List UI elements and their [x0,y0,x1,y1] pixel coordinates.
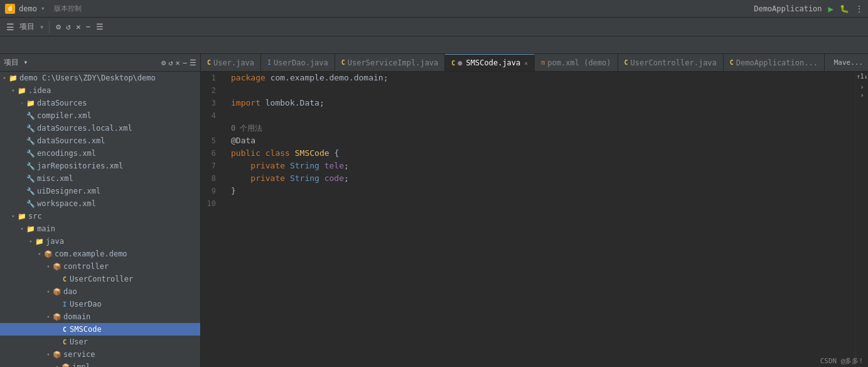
tree-item[interactable]: CSMSCode [0,323,200,336]
interface-icon: I [62,301,68,308]
tree-item[interactable]: 🔧uiDesigner.xml [0,185,200,197]
tree-item[interactable]: ▾📁java [0,235,200,248]
sidebar-menu-icon[interactable]: ☰ [190,58,196,67]
class-icon: C [62,339,68,346]
item-label: .idea [28,86,51,95]
tab-smscode-java[interactable]: C●SMSCode.java✕ [445,54,535,72]
tab-close-btn[interactable]: ✕ [524,60,528,67]
tree-item[interactable]: 🔧encodings.xml [0,147,200,160]
sidebar-minimize-icon[interactable]: − [183,58,187,67]
item-icon: 📦 [53,287,62,296]
run-icon[interactable]: ▶ [828,4,833,14]
tab-userserviceimpl-java[interactable]: CUserServiceImpl.java [335,54,446,72]
code-area[interactable]: package com.example.demo.domain;import l… [226,72,855,367]
tab-class-icon: C [730,59,734,66]
line-number: 6 [201,147,221,160]
tree-item[interactable]: ▾📦controller [0,260,200,273]
item-label: UserDao [70,300,102,309]
item-label: UserController [70,275,133,283]
code-token: String [290,160,319,172]
tree-item[interactable]: ▾📦impl [0,361,200,367]
usage-hint: 0 个用法 [231,122,850,134]
item-icon: 📁 [26,224,35,233]
app-icon: d [5,4,15,14]
sidebar-header-icons: ⚙ ↺ ✕ − ☰ [161,58,196,67]
item-label: domain [63,312,90,321]
line-number: 7 [201,160,221,172]
item-icon: 📦 [62,363,70,367]
item-label: com.example.demo [55,249,127,258]
tree-item[interactable]: 🔧dataSources.local.xml [0,122,200,134]
debug-icon[interactable]: 🐛 [840,4,849,13]
xml-icon: 🔧 [26,124,35,133]
tree-item[interactable]: 🔧jarRepositories.xml [0,160,200,172]
sidebar-settings-icon[interactable]: ⚙ [161,58,166,67]
toolbar: ☰ 项目 ▾ ⚙ ↺ ✕ − ☰ [0,18,868,36]
item-label: SMSCode [70,325,102,334]
xml-icon: 🔧 [26,200,35,208]
tab-label: User.java [213,58,254,67]
package-icon: 📦 [53,288,62,296]
sidebar-project-label: 项目 ▾ [4,57,28,68]
tree-item[interactable]: IUserDao [0,298,200,310]
tab-userdao-java[interactable]: IUserDao.java [261,54,335,72]
xml-icon: 🔧 [26,187,35,195]
menu-icon[interactable]: ☰ [95,21,105,33]
tree-item[interactable]: ▾📦com.example.demo [0,248,200,260]
gutter-chevron2: › [860,92,864,99]
tree-item[interactable]: 🔧workspace.xml [0,197,200,210]
tab-modified-dot: ● [458,58,462,67]
close-icon[interactable]: ✕ [75,21,82,33]
tree-item[interactable]: ▾📦domain [0,310,200,323]
code-token: ; [344,160,349,172]
sidebar-refresh-icon[interactable]: ↺ [168,58,173,67]
tree-item[interactable]: ▾📦dao [0,285,200,298]
code-token: class [265,147,295,160]
more-icon[interactable]: ⋮ [855,4,863,13]
tree-item[interactable]: CUser [0,336,200,348]
sidebar-toggle-icon[interactable]: ☰ [6,22,14,32]
tree-item[interactable]: ›📁dataSources [0,97,200,109]
minimize-icon[interactable]: − [85,21,92,33]
tab-demoapplication-java[interactable]: CDemoApplication... [724,54,825,72]
line-number: 2 [201,84,221,97]
refresh-icon[interactable]: ↺ [65,21,72,33]
tab-interface-icon: I [267,59,271,66]
item-label: dataSources [37,99,87,107]
sidebar-close-icon[interactable]: ✕ [176,58,180,67]
tree-arrow: ▾ [44,314,53,320]
tree-item[interactable]: ▾📦service [0,348,200,361]
tab-user-java[interactable]: CUser.java [201,54,261,72]
tab-label: DemoApplication... [736,58,818,67]
tab-pom-xml[interactable]: mpom.xml (demo) [535,54,618,72]
tree-arrow: ▾ [0,75,9,81]
line-number: 4 [201,109,221,122]
maven-tab[interactable]: Mave... [829,54,868,72]
tab-maven-icon: m [541,59,545,66]
item-label: main [37,224,55,233]
title-bar: d demo ▾ 版本控制 DemoApplication ▶ 🐛 ⋮ [0,0,868,18]
tree-item[interactable]: 🔧misc.xml [0,172,200,185]
tree-item[interactable]: CUserController [0,273,200,285]
package-icon: 📦 [44,250,53,258]
code-line [231,197,850,210]
tree-item[interactable]: ▾📁.idea [0,84,200,97]
tree-item[interactable]: 🔧dataSources.xml [0,134,200,147]
editor-content: 12345678910 package com.example.demo.dom… [201,72,868,367]
code-token: code [319,172,344,185]
item-icon: 📦 [44,249,53,258]
tree-item[interactable]: ▾📁src [0,210,200,222]
item-icon: 📁 [35,237,44,246]
item-icon: C [62,337,68,346]
tree-item[interactable]: 🔧compiler.xml [0,109,200,122]
item-label: dataSources.local.xml [37,124,132,133]
settings-icon[interactable]: ⚙ [55,21,62,33]
tab-usercontroller-java[interactable]: CUserController.java [618,54,724,72]
tree-arrow: ▾ [44,263,53,270]
bottom-status: CSDN @多多! [815,355,868,367]
tree-item[interactable]: ▾📁main [0,222,200,235]
tab-label: UserServiceImpl.java [348,58,439,67]
gutter-nav[interactable]: ↑1↓ [856,73,867,80]
tree-item[interactable]: ▾📁demo C:\Users\ZDY\Desktop\demo [0,72,200,84]
tree-arrow: ▾ [44,351,53,358]
